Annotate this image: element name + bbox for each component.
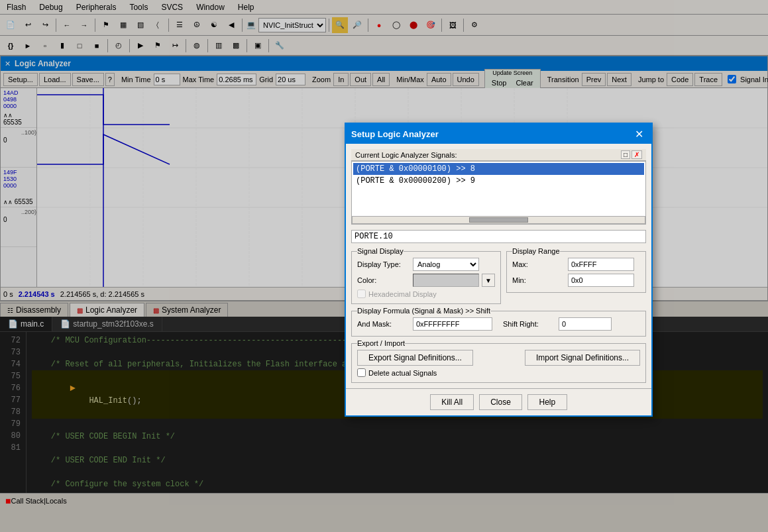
formula-row: And Mask: Shift Right:	[357, 317, 640, 331]
modal-body: Current Logic Analyzer Signals: □ ✗ (POR…	[346, 144, 651, 388]
formula-legend: Display Formula (Signal & Mask) >> Shift	[357, 307, 490, 315]
modal-overlay: Setup Logic Analyzer ✕ Current Logic Ana…	[0, 0, 768, 532]
modal-close-btn[interactable]: ✕	[632, 128, 646, 140]
signal-item-2[interactable]: (PORTE & 0x00000200) >> 9	[353, 175, 644, 187]
display-type-label: Display Type:	[357, 260, 410, 268]
shift-right-label: Shift Right:	[503, 320, 556, 328]
modal-titlebar: Setup Logic Analyzer ✕	[346, 124, 651, 144]
max-label: Max:	[512, 260, 565, 268]
min-input[interactable]	[568, 274, 634, 287]
hex-display-row: Hexadecimal Display	[357, 290, 495, 298]
hex-display-checkbox[interactable]	[357, 290, 366, 298]
modal-footer: Kill All Close Help	[346, 388, 651, 415]
signals-header: Current Logic Analyzer Signals: □ ✗	[351, 149, 646, 161]
export-import-fieldset: Export / Import Export Signal Definition…	[351, 339, 646, 383]
delete-signals-checkbox[interactable]	[357, 368, 366, 377]
max-input[interactable]	[568, 258, 634, 271]
signals-header-buttons: □ ✗	[621, 150, 642, 159]
current-signals-section: Current Logic Analyzer Signals: □ ✗ (POR…	[351, 149, 646, 243]
signal-edit-input[interactable]	[351, 230, 646, 243]
display-type-row: Display Type: Analog	[357, 258, 495, 271]
setup-logic-analyzer-modal: Setup Logic Analyzer ✕ Current Logic Ana…	[345, 123, 653, 417]
min-label: Min:	[512, 276, 565, 284]
display-formula-fieldset: Display Formula (Signal & Mask) >> Shift…	[351, 307, 646, 337]
display-range-col: Display Range Max: Min:	[506, 247, 646, 304]
and-mask-input[interactable]	[413, 317, 492, 331]
help-btn[interactable]: Help	[527, 394, 567, 410]
display-type-select[interactable]: Analog	[413, 258, 479, 271]
kill-all-btn[interactable]: Kill All	[430, 394, 474, 410]
shift-right-input[interactable]	[559, 317, 612, 331]
signal-display-range-row: Signal Display Display Type: Analog Colo…	[351, 247, 646, 304]
close-btn[interactable]: Close	[479, 394, 522, 410]
max-row: Max:	[512, 258, 640, 271]
signal-display-col: Signal Display Display Type: Analog Colo…	[351, 247, 501, 304]
color-swatch	[413, 274, 479, 287]
signal-display-fieldset: Signal Display Display Type: Analog Colo…	[351, 247, 501, 304]
color-picker-btn[interactable]: ▼	[482, 274, 495, 287]
display-range-legend: Display Range	[512, 247, 560, 255]
signal-item-1[interactable]: (PORTE & 0x00000100) >> 8	[353, 163, 644, 175]
color-label: Color:	[357, 276, 410, 284]
signals-delete-btn[interactable]: ✗	[631, 150, 642, 159]
hex-display-label: Hexadecimal Display	[368, 290, 437, 298]
modal-title: Setup Logic Analyzer	[351, 129, 439, 139]
display-range-fieldset: Display Range Max: Min:	[506, 247, 646, 293]
delete-signals-row: Delete actual Signals	[357, 368, 640, 377]
signals-scrollbar-thumb	[469, 217, 527, 223]
min-row: Min:	[512, 274, 640, 287]
signal-display-legend: Signal Display	[357, 247, 404, 255]
export-import-legend: Export / Import	[357, 339, 405, 347]
export-import-buttons-row: Export Signal Definitions... Import Sign…	[357, 350, 640, 366]
signals-list-container: (PORTE & 0x00000100) >> 8 (PORTE & 0x000…	[351, 161, 646, 225]
signals-header-label: Current Logic Analyzer Signals:	[355, 151, 457, 159]
signals-copy-btn[interactable]: □	[621, 150, 630, 159]
signals-scrollbar[interactable]	[352, 216, 645, 224]
and-mask-label: And Mask:	[357, 320, 410, 328]
delete-signals-label: Delete actual Signals	[368, 369, 437, 377]
signals-list: (PORTE & 0x00000100) >> 8 (PORTE & 0x000…	[352, 162, 645, 215]
export-btn[interactable]: Export Signal Definitions...	[357, 350, 473, 366]
import-btn[interactable]: Import Signal Definitions...	[525, 350, 640, 366]
color-row: Color: ▼	[357, 274, 495, 287]
